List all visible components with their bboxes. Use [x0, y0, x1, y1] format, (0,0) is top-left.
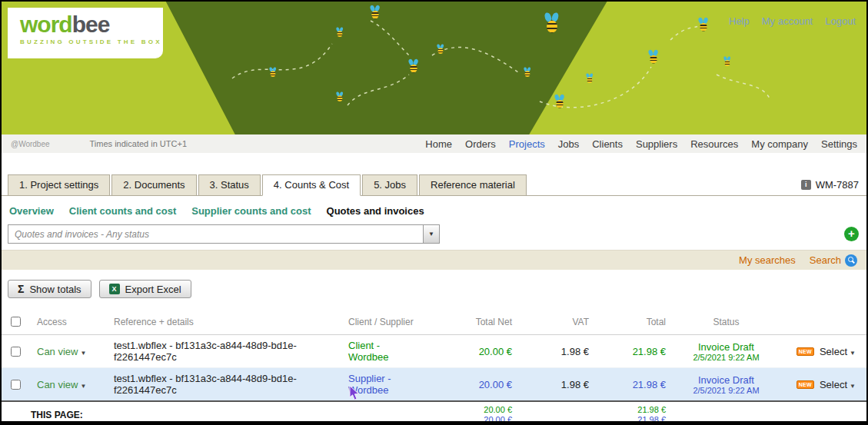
tab-project-settings[interactable]: 1. Project settings: [8, 174, 110, 196]
access-label: Can view: [37, 379, 78, 390]
banner-links: Help My account Logout: [729, 15, 856, 27]
row-checkbox[interactable]: [11, 347, 21, 357]
bee-icon: [409, 59, 418, 74]
subnav-overview[interactable]: Overview: [9, 205, 54, 217]
menu-item-suppliers[interactable]: Suppliers: [636, 138, 677, 150]
subnav: Overview Client counts and cost Supplier…: [2, 196, 866, 223]
select-dropdown[interactable]: Select▼: [820, 346, 856, 357]
bee-icon: [524, 67, 531, 77]
header-actions: [782, 309, 866, 335]
export-excel-button[interactable]: X Export Excel: [99, 280, 191, 298]
bee-icon: [437, 44, 444, 54]
footer-total: 21.98 € 21.98 €: [598, 405, 666, 425]
subnav-quotes-invoices[interactable]: Quotes and invoices: [327, 205, 424, 217]
project-tabs: 1. Project settings 2. Documents 3. Stat…: [2, 174, 866, 196]
reference-text: test1.wbflex - bf131a3c-a844-48d9-bd1e-f…: [114, 373, 339, 396]
header-total: Total: [594, 309, 670, 335]
chevron-down-icon: ▼: [850, 350, 856, 357]
tab-jobs[interactable]: 5. Jobs: [362, 174, 417, 196]
status-cell: Invoice Draft 2/5/2021 9:22 AM: [670, 335, 782, 368]
supplier-link[interactable]: Supplier - Wordbee: [348, 373, 410, 396]
searches-bar: My searches Search: [2, 250, 866, 270]
menu-item-orders[interactable]: Orders: [465, 138, 496, 150]
header-total-net: Total Net: [440, 309, 517, 335]
footer-net-supplier: 20.00 €: [444, 415, 512, 425]
show-totals-label: Show totals: [29, 284, 81, 295]
status-date: 2/5/2021 9:22 AM: [675, 353, 777, 362]
reference-text: test1.wbflex - bf131a3c-a844-48d9-bd1e-f…: [114, 340, 339, 363]
footer-net-client: 20.00 €: [444, 405, 512, 415]
total-value: 21.98 €: [594, 368, 670, 402]
vat-value: 1.98 €: [517, 368, 594, 402]
select-dropdown[interactable]: Select▼: [820, 379, 856, 390]
logo-bee: bee: [72, 12, 110, 37]
chevron-down-icon: ▼: [850, 383, 856, 390]
bee-icon: [555, 95, 564, 109]
banner: wordbee BUZZING OUTSIDE THE BOX Help My …: [2, 2, 866, 134]
add-button[interactable]: +: [844, 227, 859, 241]
logo-word: word: [20, 12, 72, 37]
tab-documents[interactable]: 2. Documents: [111, 174, 196, 196]
wordbee-app-window: wordbee BUZZING OUTSIDE THE BOX Help My …: [0, 0, 868, 425]
total-value: 21.98 €: [594, 335, 670, 368]
menu-item-clients[interactable]: Clients: [592, 138, 623, 150]
menu-item-jobs[interactable]: Jobs: [558, 138, 579, 150]
export-excel-label: Export Excel: [125, 284, 181, 295]
header-access: Access: [32, 309, 109, 335]
bee-icon: [337, 27, 344, 37]
menu-item-settings[interactable]: Settings: [821, 138, 857, 150]
access-dropdown[interactable]: Can view▼: [37, 346, 86, 357]
total-net-value: 20.00 €: [440, 335, 517, 368]
table-header-row: Access Reference + details Client / Supp…: [2, 309, 866, 335]
menu-item-resources[interactable]: Resources: [690, 138, 738, 150]
select-label: Select: [820, 346, 847, 357]
row-actions: NEW Select▼: [787, 379, 862, 390]
status-filter-value[interactable]: Quotes and invoices - Any status: [8, 225, 423, 243]
info-icon[interactable]: i: [801, 180, 811, 190]
header-reference: Reference + details: [109, 309, 344, 335]
invoices-table: Access Reference + details Client / Supp…: [2, 309, 866, 425]
my-searches-link[interactable]: My searches: [739, 254, 796, 266]
bee-icon: [724, 56, 731, 66]
menu-item-my-company[interactable]: My company: [751, 138, 808, 150]
status-filter-combobox[interactable]: Quotes and invoices - Any status ▼: [8, 224, 440, 244]
tab-status[interactable]: 3. Status: [198, 174, 261, 196]
footer-total-client: 21.98 €: [598, 405, 666, 415]
bee-icon: [270, 67, 277, 77]
menu-item-projects[interactable]: Projects: [509, 138, 545, 150]
show-totals-button[interactable]: Σ Show totals: [8, 280, 91, 298]
table-row-supplier: Can view▼ test1.wbflex - bf131a3c-a844-4…: [2, 368, 866, 402]
search-link-label: Search: [810, 254, 841, 266]
logout-link[interactable]: Logout: [825, 15, 856, 27]
search-icon[interactable]: [845, 254, 857, 267]
tab-counts-and-cost[interactable]: 4. Counts & Cost: [262, 174, 361, 196]
wordbee-logo[interactable]: wordbee BUZZING OUTSIDE THE BOX: [8, 8, 163, 58]
vat-value: 1.98 €: [517, 335, 594, 368]
help-link[interactable]: Help: [729, 15, 750, 27]
project-id-label: WM-7887: [816, 179, 859, 191]
search-link[interactable]: Search: [810, 254, 857, 267]
my-account-link[interactable]: My account: [762, 15, 813, 27]
access-dropdown[interactable]: Can view▼: [37, 379, 86, 390]
timezone-note: Times indicated in UTC+1: [90, 139, 187, 148]
tab-reference-material[interactable]: Reference material: [419, 174, 527, 196]
footer-total-net: 20.00 € 20.00 €: [444, 405, 512, 425]
sigma-icon: Σ: [18, 283, 24, 295]
new-badge: NEW: [796, 347, 814, 356]
filter-row: Quotes and invoices - Any status ▼ +: [8, 224, 859, 244]
menu-item-home[interactable]: Home: [425, 138, 452, 150]
bee-icon: [545, 12, 559, 34]
logo-tagline: BUZZING OUTSIDE THE BOX: [20, 38, 163, 45]
client-link[interactable]: Client - Wordbee: [348, 340, 410, 363]
select-all-checkbox[interactable]: [11, 317, 21, 327]
chevron-down-icon: ▼: [80, 350, 86, 357]
row-checkbox[interactable]: [11, 380, 21, 390]
subnav-supplier-counts[interactable]: Supplier counts and cost: [191, 205, 311, 217]
subnav-client-counts[interactable]: Client counts and cost: [69, 205, 176, 217]
header-status: Status: [670, 309, 782, 335]
chevron-down-icon: ▼: [80, 383, 86, 390]
this-page-label: THIS PAGE:: [2, 401, 440, 425]
filter-dropdown-button[interactable]: ▼: [423, 225, 439, 243]
status-label: Invoice Draft: [675, 374, 777, 386]
header-vat: VAT: [517, 309, 594, 335]
